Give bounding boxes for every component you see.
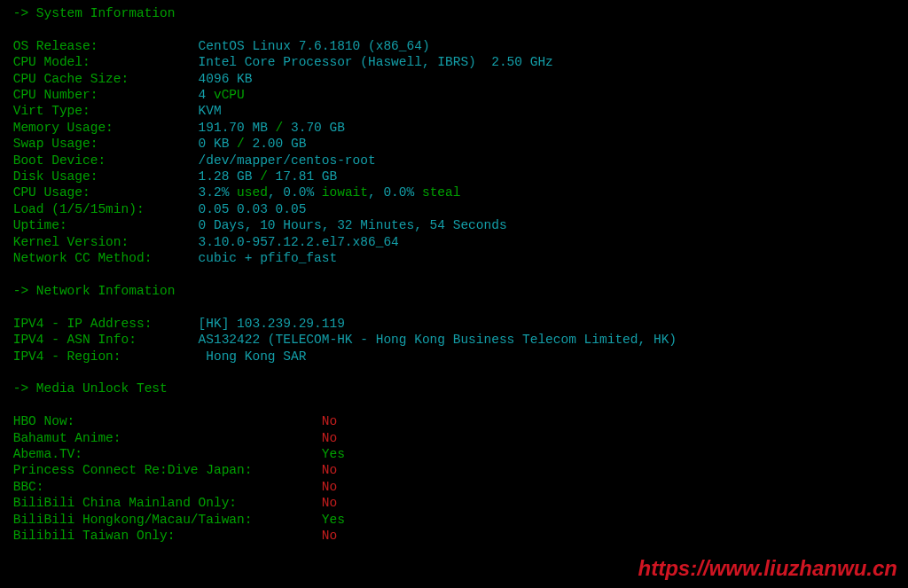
terminal-line: BBC: No bbox=[5, 479, 908, 495]
terminal-line: IPV4 - Region: Hong Kong SAR bbox=[5, 349, 908, 365]
terminal-line: BiliBili Hongkong/Macau/Taiwan: Yes bbox=[5, 512, 908, 528]
terminal-line: Bilibili Taiwan Only: No bbox=[5, 528, 908, 544]
terminal-line: Princess Connect Re:Dive Japan: No bbox=[5, 462, 908, 478]
terminal-line bbox=[5, 365, 908, 380]
terminal-line: Uptime: 0 Days, 10 Hours, 32 Minutes, 54… bbox=[5, 217, 908, 233]
terminal-line bbox=[5, 397, 908, 413]
terminal-line: Abema.TV: Yes bbox=[5, 446, 908, 462]
terminal-line: Load (1/5/15min): 0.05 0.03 0.05 bbox=[5, 201, 908, 217]
terminal-line: CPU Cache Size: 4096 KB bbox=[5, 71, 908, 87]
terminal-line: HBO Now: No bbox=[5, 413, 908, 429]
terminal-output: -> System Information OS Release: CentOS… bbox=[0, 0, 908, 544]
terminal-line: IPV4 - ASN Info: AS132422 (TELECOM-HK - … bbox=[5, 332, 908, 348]
terminal-line: CPU Model: Intel Core Processor (Haswell… bbox=[5, 54, 908, 70]
terminal-line bbox=[5, 299, 908, 315]
terminal-line: CPU Number: 4 vCPU bbox=[5, 87, 908, 103]
terminal-line: CPU Usage: 3.2% used, 0.0% iowait, 0.0% … bbox=[5, 184, 908, 200]
terminal-line: OS Release: CentOS Linux 7.6.1810 (x86_6… bbox=[5, 38, 908, 54]
terminal-line: Network CC Method: cubic + pfifo_fast bbox=[5, 250, 908, 266]
terminal-line: -> System Information bbox=[5, 5, 908, 21]
terminal-line bbox=[5, 267, 908, 283]
terminal-line bbox=[5, 21, 908, 37]
terminal-line: Bahamut Anime: No bbox=[5, 430, 908, 446]
terminal-line: Kernel Version: 3.10.0-957.12.2.el7.x86_… bbox=[5, 234, 908, 250]
terminal-line: Virt Type: KVM bbox=[5, 103, 908, 119]
terminal-line: Memory Usage: 191.70 MB / 3.70 GB bbox=[5, 120, 908, 136]
terminal-line: Swap Usage: 0 KB / 2.00 GB bbox=[5, 136, 908, 152]
terminal-line: IPV4 - IP Address: [HK] 103.239.29.119 bbox=[5, 316, 908, 332]
terminal-line: Boot Device: /dev/mapper/centos-root bbox=[5, 153, 908, 169]
watermark: https://www.liuzhanwu.cn bbox=[638, 556, 897, 581]
terminal-line: BiliBili China Mainland Only: No bbox=[5, 495, 908, 511]
terminal-line: -> Network Infomation bbox=[5, 283, 908, 299]
terminal-line: -> Media Unlock Test bbox=[5, 380, 908, 396]
terminal-line: Disk Usage: 1.28 GB / 17.81 GB bbox=[5, 169, 908, 184]
